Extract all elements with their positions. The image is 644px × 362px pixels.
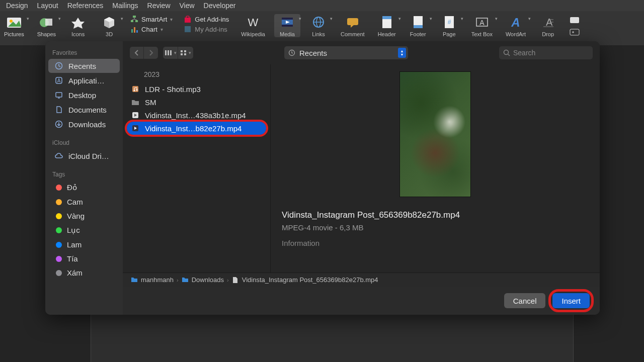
chevron-right-icon: › <box>177 277 179 283</box>
location-dropdown[interactable]: Recents ▲▼ <box>284 46 408 59</box>
ribbon-header[interactable]: ▾Header <box>374 14 400 37</box>
tag-gray[interactable]: Xám <box>48 266 120 280</box>
dialog-footer: Cancel Insert <box>123 287 600 315</box>
file-row-folder[interactable]: SM <box>123 96 270 109</box>
pictures-icon <box>5 14 23 30</box>
tag-purple[interactable]: Tía <box>48 252 120 265</box>
app-menu-bar: Design Layout References Mailings Review… <box>0 0 644 11</box>
ribbon-chart[interactable]: Chart▾ <box>130 25 173 33</box>
ribbon-addins: Get Add-ins My Add-ins <box>181 14 232 34</box>
ribbon-3d[interactable]: ▾3D <box>96 14 122 37</box>
wordart-icon: A <box>507 14 525 30</box>
path-seg-user[interactable]: manhmanh <box>131 276 174 284</box>
svg-rect-52 <box>132 86 138 92</box>
ribbon-textbox[interactable]: A ▾Text Box <box>467 14 497 37</box>
file-icon <box>232 277 239 284</box>
audio-file-icon <box>131 84 140 94</box>
sidebar-item-applications[interactable]: AApplicati… <box>48 73 120 87</box>
ribbon-comment[interactable]: Comment <box>337 14 369 37</box>
ribbon-wordart[interactable]: A ▾WordArt <box>502 14 530 37</box>
preview-pane: Vidinsta_Instagram Post_656369b82e27b.mp… <box>271 64 600 273</box>
tag-orange[interactable]: Cam <box>48 195 120 209</box>
svg-point-53 <box>134 90 135 92</box>
preview-subtitle: MPEG-4 movie - 6,3 MB <box>276 223 364 232</box>
shapes-icon <box>37 14 55 30</box>
menu-references[interactable]: References <box>67 2 104 10</box>
dialog-toolbar: ▾ ▾ Recents ▲▼ Search <box>123 41 600 64</box>
menu-design[interactable]: Design <box>6 2 28 10</box>
back-button[interactable] <box>130 47 144 59</box>
svg-point-54 <box>136 89 138 91</box>
tag-blue[interactable]: Lam <box>48 238 120 251</box>
menu-mailings[interactable]: Mailings <box>112 2 138 10</box>
cube-icon <box>100 14 118 30</box>
file-row-video-1[interactable]: Vidinsta_Inst…438a3b1e.mp4 <box>123 109 270 122</box>
search-input[interactable]: Search <box>499 46 593 59</box>
sidebar-item-recents[interactable]: Recents <box>48 59 120 73</box>
object-icon[interactable] <box>569 28 580 37</box>
tag-dot-orange <box>56 199 62 205</box>
favorites-heading: Favorites <box>45 46 123 58</box>
chevron-right-icon <box>148 50 153 56</box>
cloud-icon <box>54 151 63 160</box>
view-mode-segment: ▾ ▾ <box>163 47 193 59</box>
search-icon <box>503 49 510 56</box>
links-icon <box>309 14 328 30</box>
ribbon-smartart[interactable]: SmartArt▾ <box>130 15 173 23</box>
sidebar-item-icloud[interactable]: iCloud Dri… <box>48 149 120 163</box>
dropcap-icon: A <box>539 14 557 30</box>
chevron-right-icon: › <box>227 277 229 283</box>
ribbon-page[interactable]: # ▾Page <box>436 14 462 37</box>
tag-red[interactable]: Đỏ <box>48 180 120 195</box>
menu-view[interactable]: View <box>180 2 195 10</box>
preview-title: Vidinsta_Instagram Post_656369b82e27b.mp… <box>276 210 460 220</box>
svg-text:A: A <box>511 16 520 29</box>
svg-rect-34 <box>570 17 579 23</box>
ribbon-smartart-chart: SmartArt▾ Chart▾ <box>127 14 176 34</box>
svg-rect-11 <box>186 16 189 18</box>
svg-rect-24 <box>414 25 423 28</box>
file-row-audio[interactable]: LDR - Shoti.mp3 <box>123 82 270 96</box>
insert-button[interactable]: Insert <box>552 293 590 308</box>
path-seg-downloads[interactable]: Downloads <box>182 276 224 284</box>
dialog-content: 2023 LDR - Shoti.mp3 SM Vidinsta_Inst…43… <box>123 64 600 273</box>
view-columns[interactable]: ▾ <box>163 47 178 59</box>
screen-icon[interactable] <box>569 16 580 25</box>
tag-yellow[interactable]: Vàng <box>48 209 120 223</box>
svg-rect-22 <box>382 16 391 19</box>
comment-icon <box>344 14 362 30</box>
sidebar-item-downloads[interactable]: Downloads <box>48 117 120 131</box>
svg-text:A: A <box>57 78 61 83</box>
ribbon-myaddins[interactable]: My Add-ins <box>184 25 229 33</box>
ribbon-getaddins[interactable]: Get Add-ins <box>184 15 229 23</box>
ribbon-media[interactable]: ▾Media <box>274 14 300 37</box>
ribbon-shapes[interactable]: ▾Shapes <box>33 14 60 37</box>
menu-review[interactable]: Review <box>147 2 171 10</box>
path-seg-file[interactable]: Vidinsta_Instagram Post_656369b82e27b.mp… <box>232 276 378 284</box>
svg-point-50 <box>504 50 509 55</box>
ribbon-wikipedia[interactable]: W Wikipedia <box>237 14 269 37</box>
sidebar-item-desktop[interactable]: Desktop <box>48 88 120 102</box>
file-row-video-2-selected[interactable]: Vidinsta_Inst…b82e27b.mp4 <box>123 122 270 135</box>
wikipedia-icon: W <box>244 14 262 30</box>
ribbon-links[interactable]: ▾Links <box>305 14 332 37</box>
updown-icon: ▲▼ <box>398 48 406 58</box>
ribbon-icons[interactable]: Icons <box>65 14 91 37</box>
tag-dot-green <box>56 227 62 233</box>
tag-green[interactable]: Lục <box>48 223 120 237</box>
menu-layout[interactable]: Layout <box>37 2 58 10</box>
forward-button[interactable] <box>144 47 158 59</box>
icons-icon <box>69 14 87 30</box>
menu-developer[interactable]: Developer <box>204 2 236 10</box>
ribbon-side-buttons <box>566 14 583 39</box>
ribbon-pictures[interactable]: ▾Pictures <box>0 14 28 37</box>
view-grid[interactable]: ▾ <box>178 47 193 59</box>
svg-rect-4 <box>133 16 136 18</box>
dialog-sidebar: Favorites Recents AApplicati… Desktop Do… <box>45 41 123 315</box>
ribbon-footer[interactable]: ▾Footer <box>405 14 431 37</box>
cancel-button[interactable]: Cancel <box>504 293 546 308</box>
textbox-icon: A <box>473 14 491 30</box>
doc-icon <box>54 105 63 114</box>
sidebar-item-documents[interactable]: Documents <box>48 103 120 117</box>
ribbon-drop[interactable]: A Drop <box>535 14 561 37</box>
